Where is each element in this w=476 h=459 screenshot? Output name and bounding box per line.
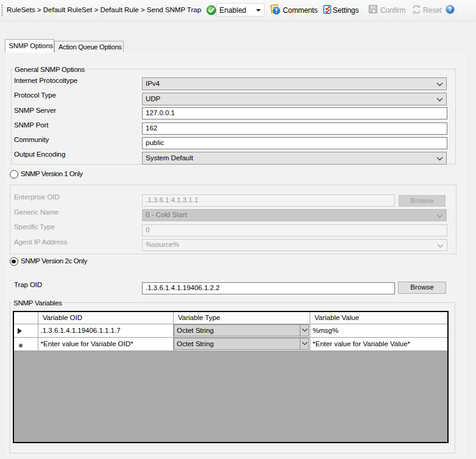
svg-text:?: ?	[448, 5, 452, 13]
